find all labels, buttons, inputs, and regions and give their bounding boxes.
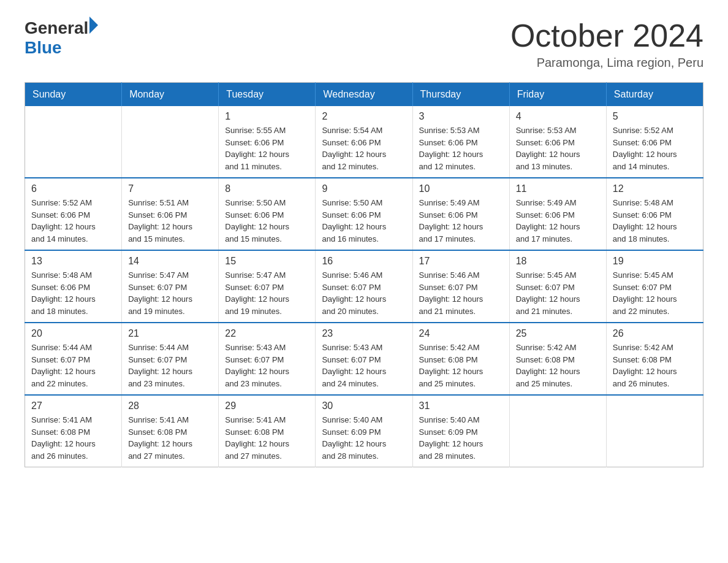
day-info: Sunrise: 5:43 AMSunset: 6:07 PMDaylight:… xyxy=(225,342,309,389)
day-of-week-header: Saturday xyxy=(606,83,703,107)
calendar-day-cell: 29Sunrise: 5:41 AMSunset: 6:08 PMDayligh… xyxy=(219,395,316,467)
calendar-day-cell: 27Sunrise: 5:41 AMSunset: 6:08 PMDayligh… xyxy=(25,395,122,467)
calendar-day-cell: 26Sunrise: 5:42 AMSunset: 6:08 PMDayligh… xyxy=(606,323,703,395)
calendar-week-row: 27Sunrise: 5:41 AMSunset: 6:08 PMDayligh… xyxy=(25,395,703,467)
day-number: 27 xyxy=(31,400,115,412)
day-number: 3 xyxy=(419,111,503,122)
calendar-day-cell: 8Sunrise: 5:50 AMSunset: 6:06 PMDaylight… xyxy=(219,178,316,250)
calendar-day-cell: 3Sunrise: 5:53 AMSunset: 6:06 PMDaylight… xyxy=(412,106,509,178)
day-info: Sunrise: 5:41 AMSunset: 6:08 PMDaylight:… xyxy=(128,414,212,462)
calendar-day-cell: 1Sunrise: 5:55 AMSunset: 6:06 PMDaylight… xyxy=(219,106,316,178)
day-info: Sunrise: 5:52 AMSunset: 6:06 PMDaylight:… xyxy=(31,197,115,245)
day-number: 13 xyxy=(31,256,115,267)
day-info: Sunrise: 5:52 AMSunset: 6:06 PMDaylight:… xyxy=(613,124,697,172)
day-info: Sunrise: 5:44 AMSunset: 6:07 PMDaylight:… xyxy=(128,342,212,389)
day-info: Sunrise: 5:44 AMSunset: 6:07 PMDaylight:… xyxy=(31,342,115,389)
day-number: 30 xyxy=(322,400,406,412)
calendar-day-cell xyxy=(25,106,122,178)
logo-triangle-icon xyxy=(89,17,98,34)
day-number: 28 xyxy=(128,400,212,412)
calendar-day-cell: 11Sunrise: 5:49 AMSunset: 6:06 PMDayligh… xyxy=(509,178,606,250)
calendar-day-cell: 19Sunrise: 5:45 AMSunset: 6:07 PMDayligh… xyxy=(606,250,703,323)
calendar-day-cell: 7Sunrise: 5:51 AMSunset: 6:06 PMDaylight… xyxy=(122,178,219,250)
day-info: Sunrise: 5:42 AMSunset: 6:08 PMDaylight:… xyxy=(419,342,503,389)
calendar-day-cell: 31Sunrise: 5:40 AMSunset: 6:09 PMDayligh… xyxy=(412,395,509,467)
day-info: Sunrise: 5:48 AMSunset: 6:06 PMDaylight:… xyxy=(613,197,697,245)
calendar-header-row: SundayMondayTuesdayWednesdayThursdayFrid… xyxy=(25,83,703,107)
day-info: Sunrise: 5:40 AMSunset: 6:09 PMDaylight:… xyxy=(419,414,503,462)
day-of-week-header: Monday xyxy=(122,83,219,107)
calendar-day-cell: 18Sunrise: 5:45 AMSunset: 6:07 PMDayligh… xyxy=(509,250,606,323)
day-number: 19 xyxy=(613,256,697,267)
day-number: 22 xyxy=(225,328,309,339)
day-number: 17 xyxy=(419,256,503,267)
month-title: October 2024 xyxy=(510,18,703,53)
day-info: Sunrise: 5:51 AMSunset: 6:06 PMDaylight:… xyxy=(128,197,212,245)
calendar-day-cell: 5Sunrise: 5:52 AMSunset: 6:06 PMDaylight… xyxy=(606,106,703,178)
day-number: 5 xyxy=(613,111,697,122)
calendar-day-cell: 16Sunrise: 5:46 AMSunset: 6:07 PMDayligh… xyxy=(316,250,412,323)
calendar-week-row: 6Sunrise: 5:52 AMSunset: 6:06 PMDaylight… xyxy=(25,178,703,250)
day-info: Sunrise: 5:45 AMSunset: 6:07 PMDaylight:… xyxy=(516,269,600,317)
day-info: Sunrise: 5:48 AMSunset: 6:06 PMDaylight:… xyxy=(31,269,115,317)
calendar-day-cell: 9Sunrise: 5:50 AMSunset: 6:06 PMDaylight… xyxy=(316,178,412,250)
day-number: 24 xyxy=(419,328,503,339)
day-number: 9 xyxy=(322,183,406,194)
calendar-week-row: 13Sunrise: 5:48 AMSunset: 6:06 PMDayligh… xyxy=(25,250,703,323)
day-number: 29 xyxy=(225,400,309,412)
calendar-day-cell xyxy=(122,106,219,178)
day-info: Sunrise: 5:46 AMSunset: 6:07 PMDaylight:… xyxy=(322,269,406,317)
day-number: 1 xyxy=(225,111,309,122)
day-number: 6 xyxy=(31,183,115,194)
day-number: 20 xyxy=(31,328,115,339)
calendar-day-cell: 28Sunrise: 5:41 AMSunset: 6:08 PMDayligh… xyxy=(122,395,219,467)
day-info: Sunrise: 5:50 AMSunset: 6:06 PMDaylight:… xyxy=(225,197,309,245)
page-header: General Blue October 2024 Paramonga, Lim… xyxy=(25,18,703,70)
day-info: Sunrise: 5:45 AMSunset: 6:07 PMDaylight:… xyxy=(613,269,697,317)
title-area: October 2024 Paramonga, Lima region, Per… xyxy=(510,18,703,70)
day-number: 16 xyxy=(322,256,406,267)
day-number: 25 xyxy=(516,328,600,339)
day-number: 10 xyxy=(419,183,503,194)
day-number: 26 xyxy=(613,328,697,339)
calendar-day-cell: 2Sunrise: 5:54 AMSunset: 6:06 PMDaylight… xyxy=(316,106,412,178)
day-info: Sunrise: 5:49 AMSunset: 6:06 PMDaylight:… xyxy=(516,197,600,245)
day-number: 15 xyxy=(225,256,309,267)
day-number: 12 xyxy=(613,183,697,194)
calendar-day-cell: 17Sunrise: 5:46 AMSunset: 6:07 PMDayligh… xyxy=(412,250,509,323)
day-info: Sunrise: 5:54 AMSunset: 6:06 PMDaylight:… xyxy=(322,124,406,172)
calendar-day-cell: 23Sunrise: 5:43 AMSunset: 6:07 PMDayligh… xyxy=(316,323,412,395)
day-number: 18 xyxy=(516,256,600,267)
day-info: Sunrise: 5:50 AMSunset: 6:06 PMDaylight:… xyxy=(322,197,406,245)
calendar-table: SundayMondayTuesdayWednesdayThursdayFrid… xyxy=(25,82,703,467)
day-of-week-header: Tuesday xyxy=(219,83,316,107)
calendar-day-cell: 14Sunrise: 5:47 AMSunset: 6:07 PMDayligh… xyxy=(122,250,219,323)
day-info: Sunrise: 5:40 AMSunset: 6:09 PMDaylight:… xyxy=(322,414,406,462)
day-info: Sunrise: 5:46 AMSunset: 6:07 PMDaylight:… xyxy=(419,269,503,317)
location-title: Paramonga, Lima region, Peru xyxy=(510,56,703,70)
day-info: Sunrise: 5:47 AMSunset: 6:07 PMDaylight:… xyxy=(128,269,212,317)
day-of-week-header: Thursday xyxy=(412,83,509,107)
calendar-day-cell: 24Sunrise: 5:42 AMSunset: 6:08 PMDayligh… xyxy=(412,323,509,395)
calendar-day-cell: 20Sunrise: 5:44 AMSunset: 6:07 PMDayligh… xyxy=(25,323,122,395)
day-info: Sunrise: 5:55 AMSunset: 6:06 PMDaylight:… xyxy=(225,124,309,172)
day-of-week-header: Sunday xyxy=(25,83,122,107)
day-of-week-header: Friday xyxy=(509,83,606,107)
day-number: 7 xyxy=(128,183,212,194)
day-of-week-header: Wednesday xyxy=(316,83,412,107)
calendar-day-cell: 22Sunrise: 5:43 AMSunset: 6:07 PMDayligh… xyxy=(219,323,316,395)
calendar-week-row: 1Sunrise: 5:55 AMSunset: 6:06 PMDaylight… xyxy=(25,106,703,178)
day-info: Sunrise: 5:42 AMSunset: 6:08 PMDaylight:… xyxy=(613,342,697,389)
calendar-day-cell: 6Sunrise: 5:52 AMSunset: 6:06 PMDaylight… xyxy=(25,178,122,250)
day-number: 11 xyxy=(516,183,600,194)
day-number: 2 xyxy=(322,111,406,122)
day-info: Sunrise: 5:53 AMSunset: 6:06 PMDaylight:… xyxy=(419,124,503,172)
day-number: 4 xyxy=(516,111,600,122)
calendar-day-cell: 13Sunrise: 5:48 AMSunset: 6:06 PMDayligh… xyxy=(25,250,122,323)
calendar-day-cell: 15Sunrise: 5:47 AMSunset: 6:07 PMDayligh… xyxy=(219,250,316,323)
day-info: Sunrise: 5:49 AMSunset: 6:06 PMDaylight:… xyxy=(419,197,503,245)
day-info: Sunrise: 5:43 AMSunset: 6:07 PMDaylight:… xyxy=(322,342,406,389)
day-info: Sunrise: 5:41 AMSunset: 6:08 PMDaylight:… xyxy=(31,414,115,462)
day-number: 14 xyxy=(128,256,212,267)
calendar-day-cell: 25Sunrise: 5:42 AMSunset: 6:08 PMDayligh… xyxy=(509,323,606,395)
